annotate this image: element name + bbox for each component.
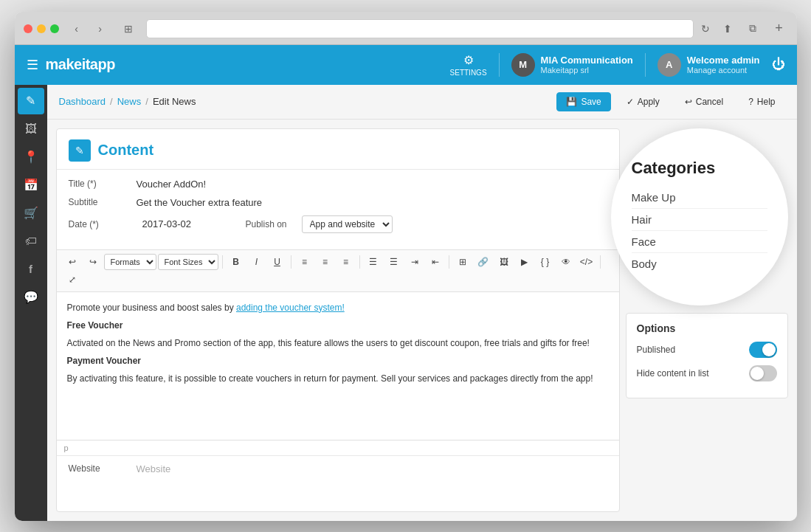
sidebar-item-facebook[interactable]: f (18, 256, 44, 283)
admin-section: A Welcome admin Manage account ⏻ (645, 53, 785, 77)
forward-button[interactable]: › (90, 20, 111, 38)
undo-icon: ↩ (685, 97, 692, 107)
sidebar-item-images[interactable]: 🖼 (18, 116, 44, 142)
page-body: ✎ Content Title (*) Voucher AddOn! Subti… (47, 120, 797, 521)
content-edit-icon: ✎ (69, 139, 91, 162)
align-right-button[interactable]: ≡ (337, 254, 356, 270)
embed-button[interactable]: { } (536, 254, 555, 270)
sidebar-item-calendar[interactable]: 📅 (18, 172, 44, 198)
bullet-list-button[interactable]: ☰ (364, 254, 383, 270)
help-button[interactable]: ? Help (739, 92, 784, 111)
title-row: Title (*) Voucher AddOn! (69, 179, 607, 190)
options-title: Options (637, 322, 777, 334)
italic-button[interactable]: I (247, 254, 266, 270)
title-label: Title (*) (69, 179, 128, 189)
breadcrumb-sep1: / (110, 96, 113, 107)
editor-footer: p (57, 440, 619, 455)
indent-button[interactable]: ⇥ (405, 254, 424, 270)
breadcrumb-sep2: / (145, 96, 148, 107)
subtitle-label: Subtitle (69, 197, 128, 207)
save-button[interactable]: 💾 Save (556, 92, 610, 111)
toolbar-sep4 (449, 255, 449, 269)
publish-select[interactable]: App and websiteApp onlyWebsite only (302, 215, 393, 233)
category-body[interactable]: Body (632, 253, 767, 274)
category-makeup[interactable]: Make Up (632, 187, 767, 209)
underline-button[interactable]: U (268, 254, 287, 270)
published-row: Published (637, 342, 777, 358)
company-info: MIA Communication Makeitapp srl (541, 55, 633, 75)
duplicate-button[interactable]: ⧉ (742, 20, 763, 38)
toggle-knob-published (762, 343, 776, 356)
close-traffic-light[interactable] (24, 24, 32, 33)
back-button[interactable]: ‹ (66, 20, 87, 38)
apply-button[interactable]: ✓ Apply (617, 92, 669, 111)
help-icon: ? (748, 97, 753, 107)
website-input[interactable]: Website (137, 463, 171, 474)
share-button[interactable]: ⬆ (717, 20, 738, 38)
published-toggle[interactable] (749, 342, 777, 358)
settings-button[interactable]: ⚙ SETTINGS (450, 53, 487, 77)
category-hair[interactable]: Hair (632, 209, 767, 231)
subtitle-value: Get the Voucher extra feature (137, 197, 607, 208)
gear-icon: ⚙ (463, 53, 474, 67)
font-sizes-dropdown[interactable]: Font Sizes (158, 254, 218, 270)
editor-tag: p (64, 443, 69, 452)
cancel-button[interactable]: ↩ Cancel (675, 92, 733, 111)
settings-label: SETTINGS (450, 69, 487, 77)
align-left-button[interactable]: ≡ (295, 254, 314, 270)
address-bar[interactable] (146, 19, 694, 38)
editor-content[interactable]: Promote your business and boost sales by… (57, 292, 619, 440)
sidebar-toggle-button[interactable]: ⊞ (118, 20, 139, 38)
company-section: M MIA Communication Makeitapp srl (499, 53, 633, 77)
hide-content-toggle[interactable] (749, 365, 777, 381)
admin-sub: Manage account (687, 66, 760, 75)
browser-chrome: ‹ › ⊞ ↻ ⬆ ⧉ + (15, 12, 797, 45)
hide-content-label: Hide content in list (637, 368, 709, 379)
sidebar-item-location[interactable]: 📍 (18, 144, 44, 170)
outdent-button[interactable]: ⇤ (426, 254, 445, 270)
traffic-lights (24, 24, 59, 33)
content-area: Dashboard / News / Edit News 💾 Save ✓ (47, 85, 797, 521)
redo-toolbar-button[interactable]: ↪ (83, 254, 103, 270)
admin-info: Welcome admin Manage account (687, 55, 760, 75)
media-button[interactable]: ▶ (515, 254, 534, 270)
hamburger-button[interactable]: ☰ (27, 57, 38, 73)
sidebar-item-edit[interactable]: ✎ (18, 88, 44, 114)
browser-actions: ⬆ ⧉ (717, 20, 763, 38)
preview-button[interactable]: 👁 (556, 254, 576, 270)
app-logo: makeitapp (46, 56, 115, 73)
form-area: ✎ Content Title (*) Voucher AddOn! Subti… (56, 128, 620, 512)
undo-toolbar-button[interactable]: ↩ (63, 254, 82, 270)
reload-button[interactable]: ↻ (701, 23, 710, 35)
table-button[interactable]: ⊞ (453, 254, 472, 270)
hide-content-row: Hide content in list (637, 365, 777, 381)
toolbar-sep1 (222, 255, 223, 269)
bold-button[interactable]: B (227, 254, 246, 270)
breadcrumb-bar: Dashboard / News / Edit News 💾 Save ✓ (47, 85, 797, 120)
website-label: Website (69, 463, 128, 474)
categories-panel: Categories Make Up Hair Face Body (611, 128, 788, 305)
breadcrumb-dashboard[interactable]: Dashboard (59, 96, 106, 107)
formats-dropdown[interactable]: Formats (104, 254, 156, 270)
link-button[interactable]: 🔗 (474, 254, 493, 270)
title-value: Voucher AddOn! (137, 179, 607, 190)
main-layout: ✎ 🖼 📍 📅 🛒 🏷 f 💬 Dashboard / News / (15, 85, 797, 521)
ordered-list-button[interactable]: ☰ (384, 254, 404, 270)
category-face[interactable]: Face (632, 231, 767, 253)
fullscreen-button[interactable]: ⤢ (63, 272, 82, 288)
image-button[interactable]: 🖼 (494, 254, 514, 270)
new-tab-button[interactable]: + (770, 20, 788, 38)
maximize-traffic-light[interactable] (50, 24, 59, 33)
logout-button[interactable]: ⏻ (772, 57, 785, 72)
save-icon: 💾 (566, 97, 577, 107)
source-button[interactable]: </> (577, 254, 596, 270)
admin-name: Welcome admin (687, 55, 760, 66)
right-panel: Categories Make Up Hair Face Body Option… (626, 128, 788, 512)
minimize-traffic-light[interactable] (37, 24, 46, 33)
sidebar-item-tags[interactable]: 🏷 (18, 228, 44, 255)
sidebar-item-cart[interactable]: 🛒 (18, 200, 44, 227)
admin-avatar: A (658, 53, 681, 77)
sidebar-item-chat[interactable]: 💬 (18, 284, 44, 311)
breadcrumb-news[interactable]: News (117, 96, 142, 107)
align-center-button[interactable]: ≡ (316, 254, 335, 270)
